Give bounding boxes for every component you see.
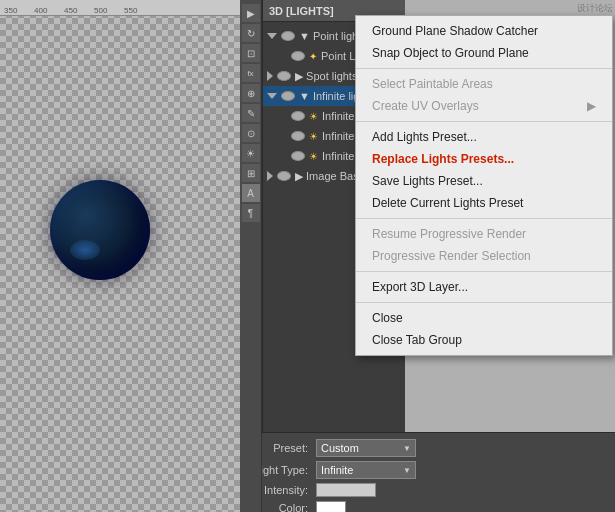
context-menu: Ground Plane Shadow Catcher Snap Object … (355, 15, 613, 356)
ruler-mark: 500 (94, 6, 124, 15)
menu-separator (356, 218, 612, 219)
ruler-mark: 550 (124, 6, 154, 15)
tool-select[interactable]: ⊕ (242, 84, 260, 102)
eye-visibility-icon[interactable] (277, 171, 291, 181)
menu-item-delete-lights-preset[interactable]: Delete Current Lights Preset (356, 192, 612, 214)
tool-move[interactable]: ▶ (242, 4, 260, 22)
tool-fx[interactable]: fx (242, 64, 260, 82)
preset-bar: Preset: Custom ▼ Light Type: Infinite ▼ … (240, 432, 615, 512)
preset-dropdown[interactable]: Custom ▼ (316, 439, 416, 457)
menu-item-add-lights-preset[interactable]: Add Lights Preset... (356, 126, 612, 148)
menu-item-replace-lights-presets[interactable]: Replace Lights Presets... (356, 148, 612, 170)
menu-separator (356, 68, 612, 69)
menu-item-export-3d-layer[interactable]: Export 3D Layer... (356, 276, 612, 298)
tool-paint[interactable]: ✎ (242, 104, 260, 122)
menu-item-resume-render: Resume Progressive Render (356, 223, 612, 245)
canvas-area: 350 400 450 500 550 (0, 0, 240, 512)
eye-visibility-icon[interactable] (277, 71, 291, 81)
menu-separator (356, 271, 612, 272)
tool-mesh[interactable]: ⊞ (242, 164, 260, 182)
point-light-icon: ✦ (309, 51, 317, 62)
ruler-mark: 450 (64, 6, 94, 15)
preset-value: Custom (321, 442, 359, 454)
ruler-top: 350 400 450 500 550 (0, 0, 240, 16)
menu-item-close[interactable]: Close (356, 307, 612, 329)
color-row: Color: (248, 501, 607, 512)
ruler-mark: 350 (4, 6, 34, 15)
expand-triangle-icon (267, 33, 277, 39)
dropdown-arrow-icon: ▼ (403, 444, 411, 453)
tool-light[interactable]: ☀ (242, 144, 260, 162)
panel-title: 3D [LIGHTS] (269, 5, 334, 17)
infinite-light-icon: ☀ (309, 131, 318, 142)
eye-visibility-icon[interactable] (281, 31, 295, 41)
submenu-arrow-icon: ▶ (587, 99, 596, 113)
menu-item-save-lights-preset[interactable]: Save Lights Preset... (356, 170, 612, 192)
menu-item-close-tab-group[interactable]: Close Tab Group (356, 329, 612, 351)
menu-item-replace-container: Replace Lights Presets... (356, 148, 612, 170)
3d-sphere (50, 180, 150, 280)
collapse-triangle-icon (267, 171, 273, 181)
expand-triangle-icon (267, 93, 277, 99)
light-type-value: Infinite (321, 464, 353, 476)
infinite-light-icon: ☀ (309, 151, 318, 162)
tool-scale[interactable]: ⊡ (242, 44, 260, 62)
color-swatch[interactable] (316, 501, 346, 512)
ruler-mark: 400 (34, 6, 64, 15)
menu-item-snap-object[interactable]: Snap Object to Ground Plane (356, 42, 612, 64)
eye-visibility-icon[interactable] (291, 151, 305, 161)
intensity-row: Intensity: (248, 483, 607, 497)
menu-item-progressive-render: Progressive Render Selection (356, 245, 612, 267)
ruler-marks: 350 400 450 500 550 (0, 0, 154, 15)
collapse-triangle-icon (267, 71, 273, 81)
menu-item-create-uv-label: Create UV Overlays (372, 99, 479, 113)
tool-text[interactable]: A (242, 184, 260, 202)
eye-visibility-icon[interactable] (291, 111, 305, 121)
light-type-row: Light Type: Infinite ▼ (248, 461, 607, 479)
vertical-toolbar: ▶ ↻ ⊡ fx ⊕ ✎ ⊙ ☀ ⊞ A ¶ (240, 0, 262, 512)
menu-separator (356, 302, 612, 303)
tool-paragraph[interactable]: ¶ (242, 204, 260, 222)
tool-rotate[interactable]: ↻ (242, 24, 260, 42)
light-type-dropdown[interactable]: Infinite ▼ (316, 461, 416, 479)
eye-visibility-icon[interactable] (291, 131, 305, 141)
infinite-light-icon: ☀ (309, 111, 318, 122)
menu-item-create-uv: Create UV Overlays ▶ (356, 95, 612, 117)
intensity-slider[interactable] (316, 483, 376, 497)
menu-item-ground-plane-shadow[interactable]: Ground Plane Shadow Catcher (356, 20, 612, 42)
eye-visibility-icon[interactable] (291, 51, 305, 61)
preset-row: Preset: Custom ▼ (248, 439, 607, 457)
dropdown-arrow-icon: ▼ (403, 466, 411, 475)
eye-visibility-icon[interactable] (281, 91, 295, 101)
tool-camera[interactable]: ⊙ (242, 124, 260, 142)
menu-separator (356, 121, 612, 122)
menu-item-select-paintable: Select Paintable Areas (356, 73, 612, 95)
